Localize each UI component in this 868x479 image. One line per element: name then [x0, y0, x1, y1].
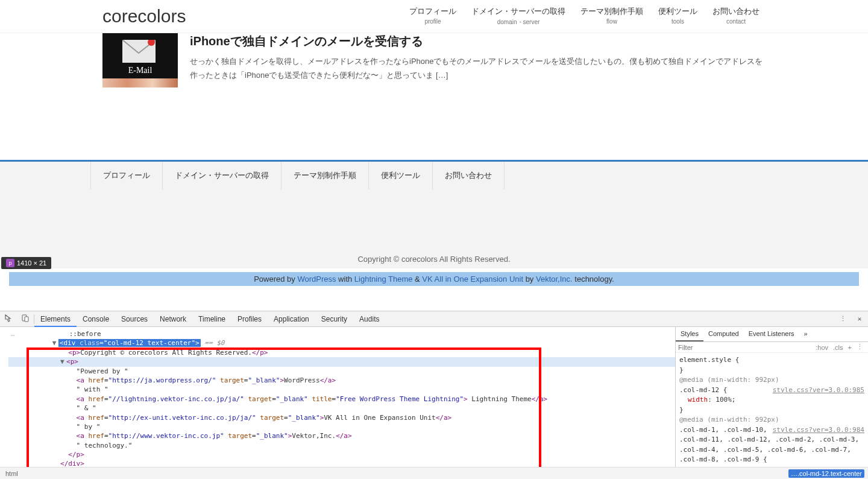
svg-rect-3 — [25, 317, 28, 322]
nav-label: お問い合わせ — [712, 6, 760, 17]
powered-text: Powered by — [254, 274, 297, 284]
nav-sublabel: profile — [409, 18, 456, 25]
dom-text: " technology." — [77, 442, 133, 449]
nav-sublabel: tools — [658, 18, 697, 25]
styles-tab-computed[interactable]: Computed — [703, 327, 744, 341]
crumb-active[interactable]: ….col-md-12.text-center — [788, 469, 864, 478]
nav-sublabel: contact — [712, 18, 760, 25]
media-query: @media (min-width: 992px) — [679, 415, 864, 425]
nav-sublabel: domain・server — [471, 18, 565, 27]
link-lightning[interactable]: Lightning Theme — [354, 274, 413, 284]
dom-text: " with " — [77, 385, 108, 393]
add-rule-icon[interactable]: + — [846, 344, 854, 351]
footer-spacer — [0, 189, 868, 250]
rule-selector: .col-md-4, .col-md-5, .col-md-6, .col-md… — [679, 445, 864, 455]
styles-panel: Styles Computed Event Listeners » :hov .… — [675, 327, 868, 467]
tab-timeline[interactable]: Timeline — [192, 311, 231, 327]
footer-nav-wrap: プロフィール ドメイン・サーバーの取得 テーマ別制作手順 便利ツール お問い合わ… — [0, 162, 868, 189]
more-icon[interactable]: ⋮ — [834, 315, 851, 323]
link-wordpress[interactable]: WordPress — [297, 274, 336, 284]
size-text: 1410 × 21 — [17, 259, 46, 267]
copyright: Copyright © corecolors All Rights Reserv… — [0, 250, 868, 268]
tab-application[interactable]: Application — [268, 311, 315, 327]
tab-sources[interactable]: Sources — [115, 311, 154, 327]
article-card[interactable]: E-Mail iPhoneで独自ドメインのメールを受信する せっかく独自ドメイン… — [102, 33, 766, 87]
nav-contact[interactable]: お問い合わせ contact — [712, 6, 760, 27]
cls-toggle[interactable]: .cls — [831, 344, 846, 351]
main-content: E-Mail iPhoneで独自ドメインのメールを受信する せっかく独自ドメイン… — [90, 33, 778, 87]
tab-network[interactable]: Network — [154, 311, 192, 327]
rule-selector: .col-md-8, .col-md-9 { — [679, 455, 864, 465]
nav-domain[interactable]: ドメイン・サーバーの取得 domain・server — [471, 6, 565, 27]
footer-nav-flow[interactable]: テーマ別制作手順 — [281, 162, 369, 189]
footer-nav-contact[interactable]: お問い合わせ — [433, 162, 505, 189]
powered-text: & — [412, 274, 422, 284]
envelope-icon — [121, 39, 157, 63]
thumb-label: E-Mail — [102, 66, 178, 75]
nav-label: 便利ツール — [658, 6, 697, 17]
devtools-tabs: Elements Console Sources Network Timelin… — [0, 311, 868, 327]
powered-by: Powered by WordPress with Lightning Them… — [0, 268, 868, 290]
close-icon[interactable]: ✕ — [851, 315, 868, 323]
styles-filter-input[interactable] — [678, 344, 813, 351]
rule-selector: .col-md-11, .col-md-12, .col-md-2, .col-… — [679, 435, 864, 445]
tab-audits[interactable]: Audits — [353, 311, 385, 327]
rule-selector: element.style { — [679, 355, 864, 366]
rule-selector: .col-md-12 { — [679, 386, 727, 394]
primary-nav: プロフィール profile ドメイン・サーバーの取得 domain・serve… — [409, 6, 778, 27]
footer-nav-domain[interactable]: ドメイン・サーバーの取得 — [163, 162, 281, 189]
tab-profiles[interactable]: Profiles — [231, 311, 268, 327]
crumb-html[interactable]: html — [4, 470, 20, 477]
nav-label: テーマ別制作手順 — [580, 6, 643, 17]
powered-text: technology. — [573, 274, 614, 284]
nav-label: ドメイン・サーバーの取得 — [471, 6, 565, 17]
device-icon[interactable] — [17, 314, 34, 324]
element-size-badge: p 1410 × 21 — [1, 257, 51, 269]
link-vektor[interactable]: Vektor,Inc. — [536, 274, 573, 284]
article-title[interactable]: iPhoneで独自ドメインのメールを受信する — [190, 33, 766, 49]
footer-nav-tools[interactable]: 便利ツール — [369, 162, 433, 189]
logo[interactable]: corecolors — [90, 6, 186, 27]
hov-toggle[interactable]: :hov — [813, 344, 831, 351]
p-icon: p — [6, 259, 14, 267]
rule-selector: .col-md-1, .col-md-10, — [679, 426, 767, 434]
nav-profile[interactable]: プロフィール profile — [409, 6, 456, 27]
nav-label: プロフィール — [409, 6, 456, 17]
more-icon[interactable]: ⋮ — [854, 343, 866, 351]
nav-flow[interactable]: テーマ別制作手順 flow — [580, 6, 643, 27]
dom-tree[interactable]: … ::before ▼<div class="col-md-12 text-c… — [0, 327, 675, 467]
styles-tab-styles[interactable]: Styles — [676, 327, 703, 341]
dom-text: " by " — [77, 423, 101, 431]
source-link[interactable]: style.css?ver=3.0.0:984 — [773, 425, 864, 436]
nav-tools[interactable]: 便利ツール tools — [658, 6, 697, 27]
source-link[interactable]: style.css?ver=3.0.0:985 — [773, 385, 864, 396]
powered-text: by — [523, 274, 536, 284]
gap — [0, 290, 868, 311]
thumb-strip — [102, 78, 178, 87]
dom-copyright: Copyright © corecolors All Rights Reserv… — [80, 349, 252, 357]
nav-sublabel: flow — [580, 18, 643, 25]
footer-nav-profile[interactable]: プロフィール — [90, 162, 163, 189]
rule-close: } — [679, 366, 864, 376]
dom-text: "Powered by " — [77, 367, 128, 375]
powered-text: with — [336, 274, 354, 284]
styles-tab-listeners[interactable]: Event Listeners — [744, 327, 799, 341]
article-thumbnail: E-Mail — [102, 33, 178, 87]
styles-rules[interactable]: element.style { } @media (min-width: 992… — [676, 353, 868, 467]
tab-elements[interactable]: Elements — [34, 311, 77, 327]
site-header: corecolors プロフィール profile ドメイン・サーバーの取得 d… — [0, 0, 868, 33]
devtools-panel: Elements Console Sources Network Timelin… — [0, 311, 868, 479]
article-excerpt: せっかく独自ドメインを取得し、メールアドレスを作ったならiPhoneでもそのメー… — [190, 54, 766, 83]
tab-console[interactable]: Console — [77, 311, 115, 327]
media-query: @media (min-width: 992px) — [679, 375, 864, 385]
link-vk[interactable]: VK All in One Expansion Unit — [422, 274, 523, 284]
breadcrumb[interactable]: html ….col-md-12.text-center — [0, 467, 868, 479]
footer-nav: プロフィール ドメイン・サーバーの取得 テーマ別制作手順 便利ツール お問い合わ… — [90, 162, 778, 189]
inspect-icon[interactable] — [0, 314, 17, 324]
css-val[interactable]: : 100%; — [708, 396, 735, 404]
tab-security[interactable]: Security — [315, 311, 353, 327]
styles-tab-more-icon[interactable]: » — [799, 327, 813, 341]
dom-text: " & " — [77, 404, 96, 412]
css-prop[interactable]: width — [679, 396, 708, 404]
